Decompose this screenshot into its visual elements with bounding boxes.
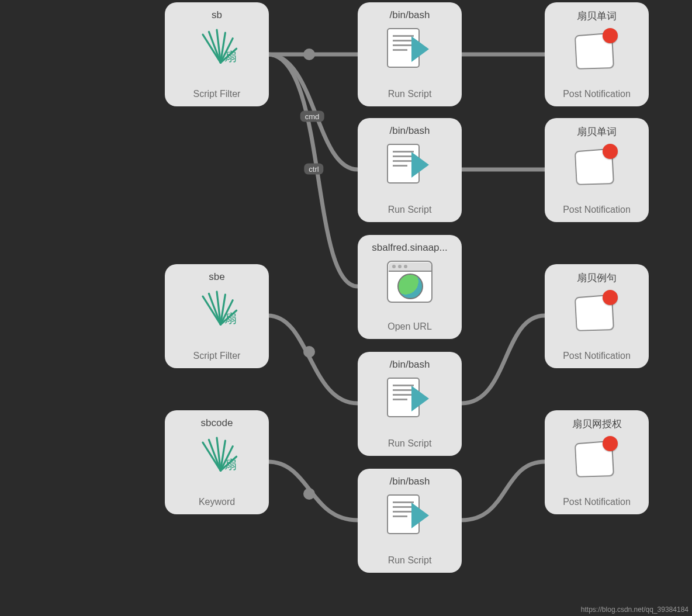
node-post-notification-2[interactable]: 扇贝单词 Post Notification [545, 118, 649, 222]
shanbay-leaf-icon: 扇 [165, 290, 269, 332]
node-type-label: Post Notification [545, 351, 649, 361]
node-open-url[interactable]: sbalfred.sinaap... Open URL [358, 235, 462, 339]
node-run-script-3[interactable]: /bin/bash Run Script [358, 352, 462, 456]
shanbay-leaf-icon: 扇 [165, 28, 269, 70]
node-keyword-sbcode[interactable]: sbcode 扇 Keyword [165, 410, 269, 514]
modifier-pill-cmd[interactable]: cmd [300, 111, 324, 122]
node-type-label: Post Notification [545, 497, 649, 507]
post-notification-icon [545, 290, 649, 337]
connection-junction[interactable] [303, 488, 315, 500]
node-script-filter-sbe[interactable]: sbe 扇 Script Filter [165, 264, 269, 368]
node-title: 扇贝单词 [545, 125, 649, 139]
node-type-label: Run Script [358, 438, 462, 449]
node-title: 扇贝单词 [545, 9, 649, 23]
node-title: /bin/bash [358, 476, 462, 487]
node-run-script-1[interactable]: /bin/bash Run Script [358, 2, 462, 106]
node-type-label: Post Notification [545, 205, 649, 215]
node-type-label: Open URL [358, 321, 462, 332]
post-notification-icon [545, 436, 649, 483]
node-type-label: Keyword [165, 497, 269, 507]
shanbay-leaf-icon: 扇 [165, 436, 269, 478]
node-type-label: Run Script [358, 555, 462, 566]
node-title: /bin/bash [358, 9, 462, 21]
modifier-pill-ctrl[interactable]: ctrl [304, 164, 323, 175]
node-title: 扇贝网授权 [545, 417, 649, 431]
open-url-icon [358, 261, 462, 303]
run-script-icon [358, 494, 462, 547]
svg-text:扇: 扇 [224, 458, 237, 471]
node-title: sb [165, 9, 269, 21]
node-type-label: Post Notification [545, 89, 649, 99]
node-title: sbcode [165, 417, 269, 429]
connection-junction[interactable] [303, 49, 315, 60]
node-post-notification-3[interactable]: 扇贝例句 Post Notification [545, 264, 649, 368]
node-run-script-2[interactable]: /bin/bash Run Script [358, 118, 462, 222]
run-script-icon [358, 28, 462, 81]
run-script-icon [358, 144, 462, 196]
run-script-icon [358, 378, 462, 430]
node-script-filter-sb[interactable]: sb 扇 Script Filter [165, 2, 269, 106]
svg-text:扇: 扇 [224, 312, 237, 325]
post-notification-icon [545, 144, 649, 191]
node-title: /bin/bash [358, 359, 462, 371]
node-title: /bin/bash [358, 125, 462, 137]
node-post-notification-1[interactable]: 扇贝单词 Post Notification [545, 2, 649, 106]
watermark-text: https://blog.csdn.net/qq_39384184 [581, 605, 688, 614]
node-run-script-4[interactable]: /bin/bash Run Script [358, 469, 462, 573]
workflow-canvas[interactable]: cmd ctrl sb 扇 Script Filter sbe 扇 Script… [0, 0, 692, 616]
node-title: sbalfred.sinaap... [358, 242, 462, 254]
post-notification-icon [545, 28, 649, 75]
connection-junction[interactable] [303, 346, 315, 358]
node-title: 扇贝例句 [545, 271, 649, 285]
node-type-label: Script Filter [165, 89, 269, 99]
node-post-notification-4[interactable]: 扇贝网授权 Post Notification [545, 410, 649, 514]
node-type-label: Run Script [358, 205, 462, 215]
svg-text:扇: 扇 [224, 50, 237, 63]
node-title: sbe [165, 271, 269, 283]
node-type-label: Script Filter [165, 351, 269, 361]
node-type-label: Run Script [358, 89, 462, 99]
